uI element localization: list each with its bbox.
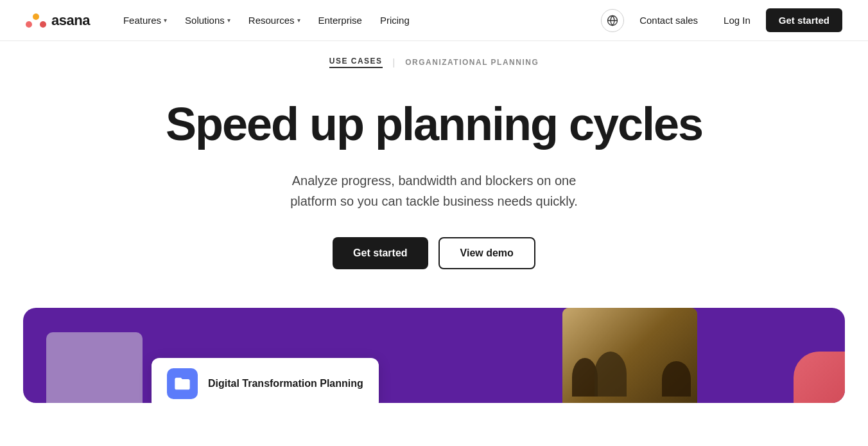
bottom-section: Digital Transformation Planning [23, 308, 845, 403]
breadcrumb-org-planning[interactable]: ORGANIZATIONAL PLANNING [405, 58, 539, 67]
logo-dot-left [26, 21, 32, 28]
nav-pricing[interactable]: Pricing [372, 10, 417, 31]
logo-dot-top [33, 13, 39, 20]
chevron-down-icon: ▾ [227, 17, 230, 24]
contact-sales-button[interactable]: Contact sales [629, 10, 708, 31]
nav-enterprise[interactable]: Enterprise [311, 10, 370, 31]
logo-dot-right [40, 21, 46, 28]
logo-dots [26, 13, 46, 28]
chevron-down-icon: ▾ [297, 17, 300, 24]
breadcrumb-divider: | [393, 57, 395, 67]
nav-links: Features ▾ Solutions ▾ Resources ▾ Enter… [116, 10, 601, 31]
nav-solutions[interactable]: Solutions ▾ [177, 10, 238, 31]
hero-section: Speed up planning cycles Analyze progres… [145, 73, 723, 308]
folder-icon-wrap [167, 368, 198, 399]
get-started-nav-button[interactable]: Get started [766, 8, 842, 32]
breadcrumb-use-cases[interactable]: USE CASES [329, 57, 383, 68]
language-selector-button[interactable] [601, 9, 624, 32]
deco-rectangle-left [46, 332, 143, 403]
hero-buttons: Get started View demo [158, 237, 710, 269]
nav-features[interactable]: Features ▾ [116, 10, 175, 31]
hero-get-started-button[interactable]: Get started [333, 237, 428, 269]
hero-photo [562, 308, 697, 403]
nav-right: Contact sales Log In Get started [601, 8, 842, 32]
deco-circle [794, 352, 845, 403]
folder-icon [173, 375, 191, 393]
project-card-title: Digital Transformation Planning [208, 378, 363, 389]
asana-logo[interactable]: asana [26, 12, 90, 29]
project-card: Digital Transformation Planning [152, 358, 379, 403]
globe-icon [607, 15, 618, 26]
chevron-down-icon: ▾ [164, 17, 167, 24]
logo-wordmark: asana [51, 12, 90, 29]
navbar: asana Features ▾ Solutions ▾ Resources ▾… [0, 0, 868, 41]
hero-subtitle: Analyze progress, bandwidth and blockers… [273, 170, 595, 211]
breadcrumb: USE CASES | ORGANIZATIONAL PLANNING [0, 41, 868, 73]
hero-view-demo-button[interactable]: View demo [438, 237, 535, 269]
login-button[interactable]: Log In [713, 10, 761, 31]
nav-resources[interactable]: Resources ▾ [241, 10, 308, 31]
hero-title: Speed up planning cycles [158, 99, 710, 150]
